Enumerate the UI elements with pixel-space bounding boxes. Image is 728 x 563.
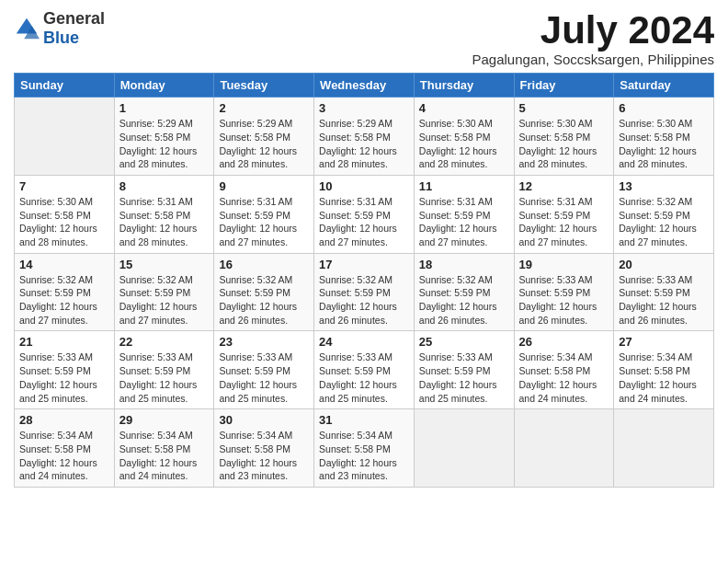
calendar-cell: 27Sunrise: 5:34 AM Sunset: 5:58 PM Dayli… — [614, 331, 714, 409]
weekday-header-friday: Friday — [514, 74, 614, 98]
day-info: Sunrise: 5:33 AM Sunset: 5:59 PM Dayligh… — [519, 273, 609, 327]
day-info: Sunrise: 5:33 AM Sunset: 5:59 PM Dayligh… — [419, 350, 509, 405]
calendar-cell: 22Sunrise: 5:33 AM Sunset: 5:59 PM Dayli… — [114, 331, 214, 409]
calendar-cell: 10Sunrise: 5:31 AM Sunset: 5:59 PM Dayli… — [314, 175, 415, 253]
calendar-cell: 2Sunrise: 5:29 AM Sunset: 5:58 PM Daylig… — [214, 98, 314, 176]
calendar-cell: 17Sunrise: 5:32 AM Sunset: 5:59 PM Dayli… — [314, 253, 415, 331]
day-info: Sunrise: 5:34 AM Sunset: 5:58 PM Dayligh… — [519, 350, 609, 405]
calendar-cell: 23Sunrise: 5:33 AM Sunset: 5:59 PM Dayli… — [214, 331, 314, 409]
logo-general: General — [43, 9, 105, 28]
calendar-cell: 8Sunrise: 5:31 AM Sunset: 5:58 PM Daylig… — [114, 175, 214, 253]
day-number: 8 — [119, 179, 210, 193]
day-number: 23 — [219, 335, 309, 349]
week-row-4: 21Sunrise: 5:33 AM Sunset: 5:59 PM Dayli… — [15, 331, 714, 409]
calendar-cell: 1Sunrise: 5:29 AM Sunset: 5:58 PM Daylig… — [114, 98, 214, 176]
day-info: Sunrise: 5:32 AM Sunset: 5:59 PM Dayligh… — [619, 195, 709, 249]
day-info: Sunrise: 5:32 AM Sunset: 5:59 PM Dayligh… — [19, 273, 109, 327]
calendar-cell — [514, 409, 614, 488]
day-number: 17 — [319, 258, 409, 271]
day-info: Sunrise: 5:31 AM Sunset: 5:59 PM Dayligh… — [519, 195, 609, 249]
calendar-cell: 9Sunrise: 5:31 AM Sunset: 5:59 PM Daylig… — [214, 175, 314, 253]
day-info: Sunrise: 5:29 AM Sunset: 5:58 PM Dayligh… — [219, 117, 309, 171]
day-info: Sunrise: 5:34 AM Sunset: 5:58 PM Dayligh… — [219, 429, 309, 483]
week-row-5: 28Sunrise: 5:34 AM Sunset: 5:58 PM Dayli… — [15, 409, 714, 488]
day-info: Sunrise: 5:33 AM Sunset: 5:59 PM Dayligh… — [19, 350, 109, 405]
day-number: 16 — [219, 258, 309, 271]
logo-icon — [14, 16, 40, 41]
day-number: 31 — [319, 413, 409, 427]
day-number: 19 — [519, 258, 609, 271]
calendar-cell: 7Sunrise: 5:30 AM Sunset: 5:58 PM Daylig… — [15, 175, 115, 253]
weekday-header-tuesday: Tuesday — [214, 74, 314, 98]
day-number: 22 — [119, 335, 210, 349]
day-info: Sunrise: 5:34 AM Sunset: 5:58 PM Dayligh… — [19, 429, 109, 483]
day-info: Sunrise: 5:34 AM Sunset: 5:58 PM Dayligh… — [319, 429, 409, 483]
day-info: Sunrise: 5:31 AM Sunset: 5:59 PM Dayligh… — [219, 195, 309, 249]
day-number: 11 — [419, 179, 509, 193]
day-number: 26 — [519, 335, 609, 349]
calendar-cell: 31Sunrise: 5:34 AM Sunset: 5:58 PM Dayli… — [314, 409, 415, 488]
day-number: 6 — [619, 101, 709, 115]
calendar-cell: 3Sunrise: 5:29 AM Sunset: 5:58 PM Daylig… — [314, 98, 415, 176]
calendar-cell: 21Sunrise: 5:33 AM Sunset: 5:59 PM Dayli… — [15, 331, 115, 409]
calendar-cell: 6Sunrise: 5:30 AM Sunset: 5:58 PM Daylig… — [614, 98, 714, 176]
calendar-cell — [414, 409, 514, 488]
day-number: 9 — [219, 179, 309, 193]
calendar-table: SundayMondayTuesdayWednesdayThursdayFrid… — [14, 73, 714, 488]
calendar-cell: 30Sunrise: 5:34 AM Sunset: 5:58 PM Dayli… — [214, 409, 314, 488]
day-info: Sunrise: 5:30 AM Sunset: 5:58 PM Dayligh… — [619, 117, 709, 171]
day-info: Sunrise: 5:34 AM Sunset: 5:58 PM Dayligh… — [619, 350, 709, 405]
week-row-2: 7Sunrise: 5:30 AM Sunset: 5:58 PM Daylig… — [15, 175, 714, 253]
calendar-cell: 28Sunrise: 5:34 AM Sunset: 5:58 PM Dayli… — [15, 409, 115, 488]
weekday-header-monday: Monday — [114, 74, 214, 98]
day-number: 5 — [519, 101, 609, 115]
day-number: 30 — [219, 413, 309, 427]
day-info: Sunrise: 5:33 AM Sunset: 5:59 PM Dayligh… — [119, 350, 210, 405]
day-info: Sunrise: 5:34 AM Sunset: 5:58 PM Dayligh… — [119, 429, 210, 483]
weekday-header-row: SundayMondayTuesdayWednesdayThursdayFrid… — [15, 74, 714, 98]
day-info: Sunrise: 5:29 AM Sunset: 5:58 PM Dayligh… — [319, 117, 409, 171]
day-info: Sunrise: 5:32 AM Sunset: 5:59 PM Dayligh… — [119, 273, 210, 327]
day-info: Sunrise: 5:31 AM Sunset: 5:58 PM Dayligh… — [119, 195, 210, 249]
day-number: 15 — [119, 258, 210, 271]
location-title: Pagalungan, Soccsksargen, Philippines — [472, 52, 714, 67]
day-number: 27 — [619, 335, 709, 349]
day-number: 25 — [419, 335, 509, 349]
day-number: 24 — [319, 335, 409, 349]
week-row-3: 14Sunrise: 5:32 AM Sunset: 5:59 PM Dayli… — [15, 253, 714, 331]
month-title: July 2024 — [472, 9, 714, 52]
calendar-cell — [614, 409, 714, 488]
day-info: Sunrise: 5:32 AM Sunset: 5:59 PM Dayligh… — [219, 273, 309, 327]
day-number: 7 — [19, 179, 109, 193]
calendar-cell — [15, 98, 115, 176]
day-info: Sunrise: 5:30 AM Sunset: 5:58 PM Dayligh… — [19, 195, 109, 249]
logo: General Blue — [14, 9, 105, 48]
calendar-cell: 20Sunrise: 5:33 AM Sunset: 5:59 PM Dayli… — [614, 253, 714, 331]
day-info: Sunrise: 5:33 AM Sunset: 5:59 PM Dayligh… — [319, 350, 409, 405]
day-number: 4 — [419, 101, 509, 115]
calendar-cell: 25Sunrise: 5:33 AM Sunset: 5:59 PM Dayli… — [414, 331, 514, 409]
weekday-header-sunday: Sunday — [15, 74, 115, 98]
weekday-header-wednesday: Wednesday — [314, 74, 415, 98]
day-info: Sunrise: 5:32 AM Sunset: 5:59 PM Dayligh… — [319, 273, 409, 327]
header: General Blue July 2024 Pagalungan, Soccs… — [14, 9, 714, 67]
day-number: 2 — [219, 101, 309, 115]
day-info: Sunrise: 5:33 AM Sunset: 5:59 PM Dayligh… — [619, 273, 709, 327]
calendar-cell: 13Sunrise: 5:32 AM Sunset: 5:59 PM Dayli… — [614, 175, 714, 253]
day-info: Sunrise: 5:33 AM Sunset: 5:59 PM Dayligh… — [219, 350, 309, 405]
weekday-header-saturday: Saturday — [614, 74, 714, 98]
calendar-cell: 24Sunrise: 5:33 AM Sunset: 5:59 PM Dayli… — [314, 331, 415, 409]
day-number: 18 — [419, 258, 509, 271]
day-info: Sunrise: 5:31 AM Sunset: 5:59 PM Dayligh… — [319, 195, 409, 249]
day-number: 14 — [19, 258, 109, 271]
calendar-cell: 19Sunrise: 5:33 AM Sunset: 5:59 PM Dayli… — [514, 253, 614, 331]
day-info: Sunrise: 5:31 AM Sunset: 5:59 PM Dayligh… — [419, 195, 509, 249]
day-number: 20 — [619, 258, 709, 271]
day-number: 21 — [19, 335, 109, 349]
calendar-cell: 29Sunrise: 5:34 AM Sunset: 5:58 PM Dayli… — [114, 409, 214, 488]
day-number: 29 — [119, 413, 210, 427]
day-info: Sunrise: 5:30 AM Sunset: 5:58 PM Dayligh… — [419, 117, 509, 171]
day-number: 12 — [519, 179, 609, 193]
calendar-cell: 16Sunrise: 5:32 AM Sunset: 5:59 PM Dayli… — [214, 253, 314, 331]
calendar-cell: 11Sunrise: 5:31 AM Sunset: 5:59 PM Dayli… — [414, 175, 514, 253]
